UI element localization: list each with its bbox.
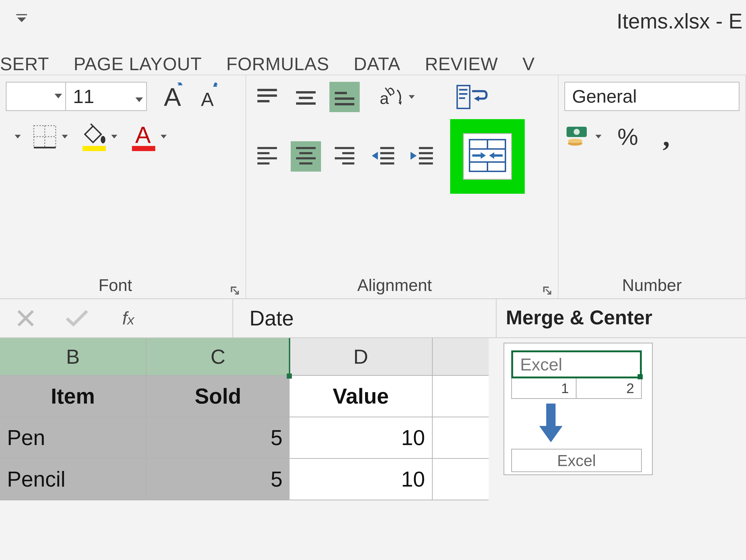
tooltip-subcell-1: 1 xyxy=(511,379,576,399)
svg-marker-1 xyxy=(17,18,26,22)
middle-align-button[interactable] xyxy=(291,82,321,112)
svg-text:A: A xyxy=(135,122,151,148)
tab-data[interactable]: DATA xyxy=(354,53,400,75)
ribbon-group-font-label: Font xyxy=(6,276,225,295)
svg-marker-3 xyxy=(136,97,143,102)
col-header-b[interactable]: B xyxy=(0,338,146,376)
font-color-split-button[interactable]: A xyxy=(130,120,170,153)
col-header-d[interactable]: D xyxy=(290,338,433,376)
cell-c1[interactable]: Sold xyxy=(146,376,290,417)
tooltip-merged-cell: Excel xyxy=(511,351,642,379)
svg-marker-70 xyxy=(489,152,494,159)
wrap-text-button[interactable] xyxy=(454,83,490,111)
svg-marker-68 xyxy=(481,152,486,159)
chevron-down-icon xyxy=(54,93,62,100)
window-title: Items.xlsx - E xyxy=(616,9,743,33)
cell-e1[interactable] xyxy=(433,376,489,417)
cell-d3[interactable]: 10 xyxy=(290,459,433,500)
svg-marker-79 xyxy=(539,426,563,442)
increase-indent-button[interactable] xyxy=(407,141,437,172)
formula-bar-value: Date xyxy=(250,306,294,330)
spreadsheet-grid[interactable]: B C D Item Sold Value Pen 5 10 Pencil 5 … xyxy=(0,338,490,500)
font-size-value: 11 xyxy=(73,86,94,108)
cell-b3[interactable]: Pencil xyxy=(0,459,146,500)
align-center-button[interactable] xyxy=(291,141,321,172)
cell-d2[interactable]: 10 xyxy=(290,417,433,459)
align-right-button[interactable] xyxy=(329,141,360,172)
percent-style-button[interactable]: % xyxy=(613,121,643,152)
comma-style-button[interactable]: , xyxy=(651,121,682,152)
ribbon-group-number-label: Number xyxy=(565,276,740,295)
bottom-align-button[interactable] xyxy=(329,82,360,112)
tooltip-panel: Merge & Center xyxy=(496,299,746,337)
tooltip-result-cell: Excel xyxy=(511,449,642,472)
svg-rect-17 xyxy=(83,146,106,151)
cell-b1[interactable]: Item xyxy=(0,376,146,417)
comma-icon: , xyxy=(663,120,670,153)
top-align-button[interactable] xyxy=(252,82,282,112)
svg-text:A: A xyxy=(164,83,181,111)
font-name-combo[interactable] xyxy=(6,82,65,111)
svg-marker-61 xyxy=(410,152,417,160)
tooltip-subcell-2: 2 xyxy=(576,379,642,399)
svg-marker-18 xyxy=(111,135,117,139)
col-header-c[interactable]: C xyxy=(146,338,290,376)
bottom-border-split-button[interactable] xyxy=(0,120,24,153)
cancel-edit-button[interactable] xyxy=(0,299,51,337)
increase-font-size-button[interactable]: A xyxy=(159,83,186,111)
tab-view[interactable]: V xyxy=(522,53,535,75)
merge-center-icon xyxy=(463,133,512,180)
col-header-e[interactable] xyxy=(433,338,489,376)
cell-c2[interactable]: 5 xyxy=(146,417,290,459)
fill-color-split-button[interactable] xyxy=(80,120,120,153)
svg-text:A: A xyxy=(201,89,214,110)
accounting-format-split-button[interactable] xyxy=(565,120,604,153)
tab-insert[interactable]: SERT xyxy=(0,53,49,75)
svg-point-16 xyxy=(101,136,105,143)
ribbon-group-alignment-label: Alignment xyxy=(252,276,537,295)
cell-d1[interactable]: Value xyxy=(290,376,433,417)
svg-rect-20 xyxy=(132,146,155,151)
chevron-down-icon xyxy=(135,86,143,108)
ribbon-group-number: General % xyxy=(558,75,746,299)
align-left-button[interactable] xyxy=(252,141,282,172)
cell-b2[interactable]: Pen xyxy=(0,417,146,459)
svg-marker-75 xyxy=(595,135,601,139)
quick-access-customize[interactable] xyxy=(15,13,28,24)
insert-function-button[interactable]: fx xyxy=(103,299,154,337)
cell-c3[interactable]: 5 xyxy=(146,459,290,500)
svg-marker-56 xyxy=(372,152,378,160)
orientation-split-button[interactable]: a b xyxy=(377,83,415,111)
tab-formulas[interactable]: FORMULAS xyxy=(226,53,329,75)
svg-marker-10 xyxy=(15,135,21,139)
cell-e2[interactable] xyxy=(433,417,489,459)
tooltip-title: Merge & Center xyxy=(506,306,737,329)
decrease-indent-button[interactable] xyxy=(368,141,398,172)
svg-marker-39 xyxy=(474,96,479,102)
svg-marker-34 xyxy=(409,95,415,99)
svg-rect-78 xyxy=(546,403,555,427)
down-arrow-icon xyxy=(537,403,645,444)
decrease-font-size-button[interactable]: A xyxy=(194,83,222,111)
tooltip-body: Excel 1 2 Excel xyxy=(490,338,667,500)
font-size-combo[interactable]: 11 xyxy=(65,82,147,111)
svg-marker-15 xyxy=(62,135,68,139)
fx-icon: fx xyxy=(122,308,134,329)
svg-marker-9 xyxy=(213,83,218,85)
font-dialog-launcher[interactable] xyxy=(229,280,240,290)
formula-bar-input[interactable]: Date xyxy=(233,299,496,337)
ribbon-group-font: 11 A A xyxy=(0,75,246,299)
alignment-dialog-launcher[interactable] xyxy=(542,280,552,290)
merge-center-button[interactable] xyxy=(450,119,525,194)
tab-review[interactable]: REVIEW xyxy=(425,53,498,75)
confirm-edit-button[interactable] xyxy=(51,299,103,337)
number-format-value: General xyxy=(572,86,637,107)
tab-page-layout[interactable]: PAGE LAYOUT xyxy=(74,53,202,75)
borders-split-button[interactable] xyxy=(31,120,71,153)
svg-point-74 xyxy=(568,139,582,143)
cell-e3[interactable] xyxy=(433,459,489,500)
ribbon-group-alignment: a b xyxy=(246,75,558,299)
percent-icon: % xyxy=(618,123,638,150)
svg-marker-21 xyxy=(161,135,167,139)
number-format-combo[interactable]: General xyxy=(565,82,740,111)
